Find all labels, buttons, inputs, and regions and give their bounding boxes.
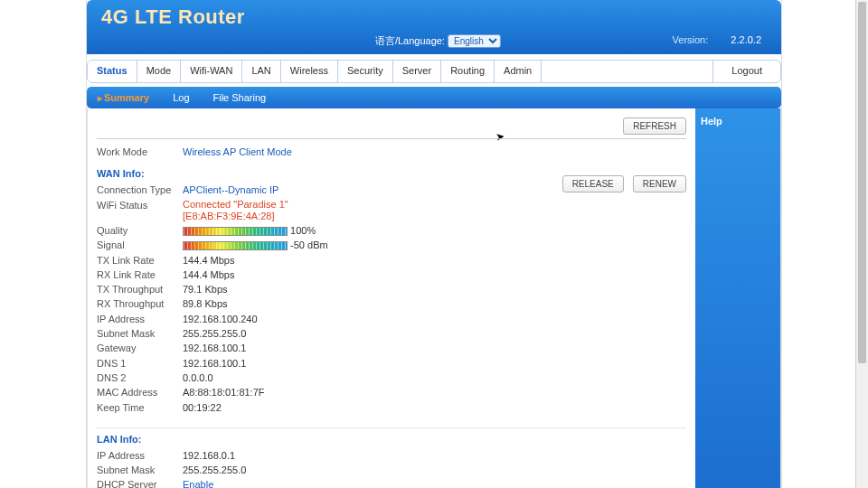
tab-logout[interactable]: Logout <box>713 61 780 82</box>
row-wan-subnet: Subnet Mask 255.255.255.0 <box>97 326 686 341</box>
status-content: REFRESH Work Mode Wireless AP Client Mod… <box>88 108 695 488</box>
dhcp-value: Enable <box>183 478 213 488</box>
refresh-row: REFRESH <box>97 117 686 139</box>
scrollbar-thumb[interactable] <box>858 2 866 363</box>
gateway-label: Gateway <box>97 342 183 354</box>
product-title: 4G LTE Router <box>101 5 767 29</box>
tabbar-spacer <box>542 61 713 82</box>
tab-wireless[interactable]: Wireless <box>281 61 338 82</box>
row-lan-ip: IP Address 192.168.0.1 <box>97 448 686 463</box>
quality-value: 100% <box>183 224 316 237</box>
wifi-status-line1: Connected "Paradise 1" <box>183 199 288 211</box>
row-tx-throughput: TX Throughput 79.1 Kbps <box>97 282 686 296</box>
tab-lan[interactable]: LAN <box>242 61 280 82</box>
wan-action-buttons: RELEASE RENEW <box>562 175 686 192</box>
row-keep-time: Keep Time 00:19:22 <box>97 400 686 415</box>
tab-server[interactable]: Server <box>393 61 441 82</box>
row-signal: Signal -50 dBm <box>97 238 686 252</box>
tab-wifi-wan[interactable]: Wifi-WAN <box>181 61 242 82</box>
wifi-status-value: Connected "Paradise 1" [E8:AB:F3:9E:4A:2… <box>183 199 288 222</box>
row-wan-ip: IP Address 192.168.100.240 <box>97 312 686 326</box>
row-dns1: DNS 1 192.168.100.1 <box>97 356 686 371</box>
row-lan-subnet: Subnet Mask 255.255.255.0 <box>97 463 686 477</box>
dns2-value: 0.0.0.0 <box>183 371 213 384</box>
row-rx-throughput: RX Throughput 89.8 Kbps <box>97 296 686 311</box>
rx-link-rate-value: 144.4 Mbps <box>183 268 234 281</box>
rx-link-rate-label: RX Link Rate <box>97 268 183 281</box>
dns1-label: DNS 1 <box>97 357 183 370</box>
wan-subnet-value: 255.255.255.0 <box>183 327 246 340</box>
router-admin-page: 4G LTE Router 语言/Language: English Versi… <box>86 0 782 488</box>
rx-throughput-value: 89.8 Kbps <box>183 297 228 310</box>
wan-mac-label: MAC Address <box>97 386 183 399</box>
version-info: Version: 2.2.0.2 <box>673 34 761 45</box>
version-label: Version: <box>673 34 709 45</box>
row-dns2: DNS 2 0.0.0.0 <box>97 371 686 385</box>
main-tabbar: Status Mode Wifi-WAN LAN Wireless Securi… <box>87 60 781 83</box>
connection-type-value: APClient--Dynamic IP <box>183 183 278 196</box>
lan-ip-value: 192.168.0.1 <box>183 449 235 462</box>
signal-bar <box>183 241 288 250</box>
subtab-summary[interactable]: Summary <box>98 92 149 103</box>
quality-label: Quality <box>97 224 183 237</box>
lan-subnet-value: 255.255.255.0 <box>183 464 246 476</box>
subtab-file-sharing[interactable]: File Sharing <box>213 92 267 103</box>
wifi-status-line2: [E8:AB:F3:9E:4A:28] <box>183 211 288 222</box>
rx-throughput-label: RX Throughput <box>97 297 183 310</box>
tab-routing[interactable]: Routing <box>441 61 495 82</box>
dns1-value: 192.168.100.1 <box>183 357 246 370</box>
page-scrollbar[interactable] <box>855 0 868 488</box>
lan-ip-label: IP Address <box>97 449 183 462</box>
help-title: Help <box>701 116 722 127</box>
wan-ip-label: IP Address <box>97 313 183 325</box>
row-tx-link-rate: TX Link Rate 144.4 Mbps <box>97 253 686 267</box>
subtab-log[interactable]: Log <box>173 92 189 103</box>
row-wan-mac: MAC Address A8:88:18:01:81:7F <box>97 385 686 399</box>
lan-section-title: LAN Info: <box>97 427 686 445</box>
wan-ip-value: 192.168.100.240 <box>183 313 258 325</box>
wifi-status-label: WiFi Status <box>97 199 183 211</box>
row-dhcp: DHCP Server Enable <box>97 477 686 488</box>
connection-type-label: Connection Type <box>97 183 183 196</box>
wan-subnet-label: Subnet Mask <box>97 327 183 340</box>
signal-label: Signal <box>97 239 183 251</box>
quality-bar <box>183 227 288 236</box>
row-wifi-status: WiFi Status Connected "Paradise 1" [E8:A… <box>97 198 686 223</box>
tab-security[interactable]: Security <box>338 61 393 82</box>
header-banner: 4G LTE Router 语言/Language: English Versi… <box>87 0 781 54</box>
help-panel: Help <box>695 108 780 488</box>
renew-button[interactable]: RENEW <box>633 175 686 192</box>
dns2-label: DNS 2 <box>97 371 183 384</box>
dhcp-label: DHCP Server <box>97 478 183 488</box>
release-button[interactable]: RELEASE <box>562 175 624 192</box>
signal-value: -50 dBm <box>183 239 328 251</box>
row-work-mode: Work Mode Wireless AP Client Mode <box>97 145 686 159</box>
work-mode-value: Wireless AP Client Mode <box>183 145 292 158</box>
language-selector-group: 语言/Language: English <box>375 34 501 48</box>
lan-subnet-label: Subnet Mask <box>97 464 183 476</box>
signal-text: -50 dBm <box>290 239 328 250</box>
tab-admin[interactable]: Admin <box>495 61 542 82</box>
keep-time-label: Keep Time <box>97 401 183 414</box>
quality-text: 100% <box>290 225 316 236</box>
row-rx-link-rate: RX Link Rate 144.4 Mbps <box>97 267 686 282</box>
tx-throughput-label: TX Throughput <box>97 283 183 296</box>
gateway-value: 192.168.100.1 <box>183 342 246 354</box>
content-wrap: REFRESH Work Mode Wireless AP Client Mod… <box>87 108 781 488</box>
language-select[interactable]: English <box>448 34 501 48</box>
tx-link-rate-label: TX Link Rate <box>97 254 183 267</box>
work-mode-label: Work Mode <box>97 145 183 158</box>
row-gateway: Gateway 192.168.100.1 <box>97 341 686 355</box>
tab-status[interactable]: Status <box>88 61 137 82</box>
keep-time-value: 00:19:22 <box>183 401 222 414</box>
tab-mode[interactable]: Mode <box>137 61 182 82</box>
language-label: 语言/Language: <box>375 35 445 46</box>
tx-throughput-value: 79.1 Kbps <box>183 283 228 296</box>
tx-link-rate-value: 144.4 Mbps <box>183 254 234 267</box>
refresh-button[interactable]: REFRESH <box>623 117 686 135</box>
wan-mac-value: A8:88:18:01:81:7F <box>183 386 265 399</box>
row-quality: Quality 100% <box>97 223 686 238</box>
version-value: 2.2.0.2 <box>731 34 761 45</box>
sub-tabbar: Summary Log File Sharing <box>87 87 781 108</box>
